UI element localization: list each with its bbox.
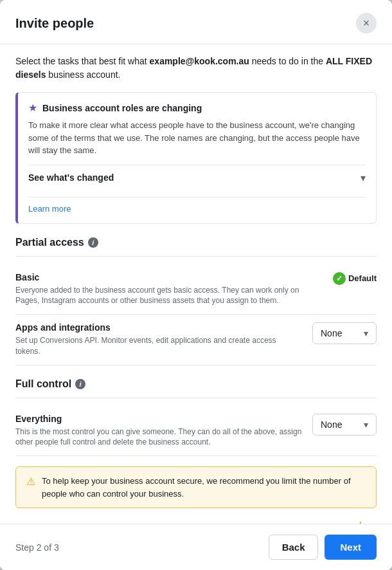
banner-title: Business account roles are changing xyxy=(42,103,202,113)
back-button[interactable]: Back xyxy=(269,535,319,560)
warning-banner: ⚠ To help keep your business account sec… xyxy=(15,466,377,508)
footer-buttons: Back Next xyxy=(269,535,377,560)
chevron-down-icon: ▾ xyxy=(361,172,366,184)
everything-dropdown-arrow-icon: ▾ xyxy=(364,419,368,430)
see-changed-label: See what's changed xyxy=(28,172,114,183)
everything-row: Everything This is the most control you … xyxy=(15,406,377,457)
basic-desc: Everyone added to the business account g… xyxy=(15,285,323,307)
basic-row-info: Basic Everyone added to the business acc… xyxy=(15,272,333,307)
full-control-label: Full control xyxy=(15,378,71,390)
learn-more-link[interactable]: Learn more xyxy=(28,197,366,214)
description-text: Select the tasks that best fit what exam… xyxy=(15,55,377,82)
default-badge: ✓ Default xyxy=(333,272,377,285)
info-banner: ★ Business account roles are changing To… xyxy=(15,92,377,224)
everything-control: None ▾ xyxy=(312,414,377,436)
star-icon: ★ xyxy=(28,102,37,114)
warning-icon: ⚠ xyxy=(26,475,35,488)
basic-row: Basic Everyone added to the business acc… xyxy=(15,264,377,315)
apps-row-info: Apps and integrations Set up Conversions… xyxy=(15,322,312,357)
default-label: Default xyxy=(348,273,377,283)
partial-access-section: Partial access i Basic Everyone added to… xyxy=(15,237,377,365)
everything-name: Everything xyxy=(15,414,302,424)
divider-full xyxy=(15,398,377,398)
close-icon: × xyxy=(363,17,370,30)
arrow-container: ↓ xyxy=(15,508,377,524)
desc-prefix: Select the tasks that best fit what xyxy=(15,56,150,66)
everything-row-info: Everything This is the most control you … xyxy=(15,414,312,448)
banner-header: ★ Business account roles are changing xyxy=(28,102,366,114)
see-changed-row[interactable]: See what's changed ▾ xyxy=(28,165,366,190)
divider-partial xyxy=(15,256,377,257)
modal-body: Select the tasks that best fit what exam… xyxy=(0,44,392,524)
step-indicator: Step 2 of 3 xyxy=(15,542,59,553)
desc-email: example@kook.com.au xyxy=(150,56,249,66)
check-icon: ✓ xyxy=(333,272,346,285)
partial-access-info-icon[interactable]: i xyxy=(88,237,98,248)
down-arrow-icon: ↓ xyxy=(355,513,366,524)
modal-header: Invite people × xyxy=(0,0,392,44)
modal-footer: Step 2 of 3 Back Next xyxy=(0,524,392,570)
everything-desc: This is the most control you can give so… xyxy=(15,427,302,448)
desc-suffix: business account. xyxy=(46,69,120,80)
partial-access-title: Partial access i xyxy=(15,237,377,248)
modal-title: Invite people xyxy=(15,16,94,31)
desc-middle: needs to do in the xyxy=(249,56,326,66)
apps-integrations-row: Apps and integrations Set up Conversions… xyxy=(15,315,377,365)
warning-text: To help keep your business account secur… xyxy=(42,475,366,500)
everything-dropdown-value: None xyxy=(321,419,342,430)
apps-control: None ▾ xyxy=(312,322,377,344)
apps-desc: Set up Conversions API. Monitor events, … xyxy=(15,335,302,357)
full-control-title: Full control i xyxy=(15,378,377,390)
close-button[interactable]: × xyxy=(356,13,377,33)
apps-dropdown-value: None xyxy=(321,328,342,338)
banner-body: To make it more clear what access people… xyxy=(28,119,366,157)
modal: Invite people × Select the tasks that be… xyxy=(0,0,392,570)
apps-dropdown[interactable]: None ▾ xyxy=(312,322,377,344)
apps-name: Apps and integrations xyxy=(15,322,302,333)
partial-access-label: Partial access xyxy=(15,237,84,248)
everything-dropdown[interactable]: None ▾ xyxy=(312,414,377,436)
basic-name: Basic xyxy=(15,272,323,282)
full-control-info-icon[interactable]: i xyxy=(75,379,85,389)
basic-control: ✓ Default xyxy=(333,272,377,285)
next-button[interactable]: Next xyxy=(325,535,377,560)
dropdown-arrow-icon: ▾ xyxy=(364,328,368,338)
full-control-section: Full control i Everything This is the mo… xyxy=(15,378,377,457)
